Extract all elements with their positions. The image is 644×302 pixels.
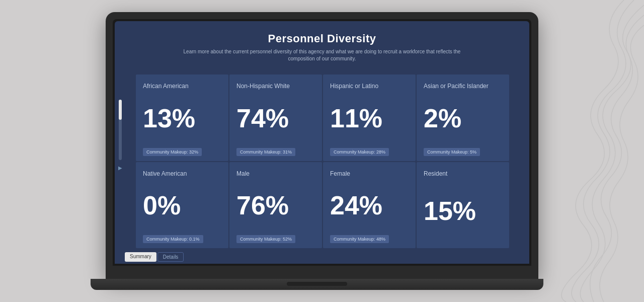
stat-card-female: Female 24% Community Makeup: 48%: [323, 162, 416, 249]
stat-value-female: 24%: [330, 179, 409, 232]
stat-label-native-american: Native American: [143, 170, 221, 178]
stat-value-asian-or-pacific-islander: 2%: [424, 92, 502, 145]
page-header: Personnel Diversity Learn more about the…: [115, 21, 529, 69]
stat-label-african-american: African American: [143, 83, 221, 91]
scroll-thumb: [119, 100, 122, 120]
stat-card-asian-or-pacific-islander: Asian or Pacific Islander 2% Community M…: [417, 74, 509, 161]
stat-label-asian-or-pacific-islander: Asian or Pacific Islander: [424, 83, 502, 91]
screen-bezel: Personnel Diversity Learn more about the…: [113, 19, 531, 266]
scroll-bar: [119, 100, 122, 160]
stat-card-native-american: Native American 0% Community Makeup: 0.1…: [136, 162, 228, 249]
stat-label-non-hispanic-white: Non-Hispanic White: [236, 83, 315, 91]
stat-community-african-american: Community Makeup: 32%: [143, 148, 202, 156]
stats-grid: African American 13% Community Makeup: 3…: [136, 74, 509, 248]
stat-community-asian-or-pacific-islander: Community Makeup: 5%: [424, 148, 480, 156]
stat-label-hispanic-or-latino: Hispanic or Latino: [330, 83, 409, 91]
stat-label-resident: Resident: [424, 170, 502, 178]
page-title: Personnel Diversity: [135, 32, 509, 45]
stat-value-native-american: 0%: [143, 179, 221, 232]
stat-label-male: Male: [236, 170, 315, 178]
stat-community-native-american: Community Makeup: 0.1%: [143, 235, 203, 243]
stat-value-african-american: 13%: [143, 92, 221, 145]
stat-card-male: Male 76% Community Makeup: 52%: [229, 162, 322, 249]
stat-community-hispanic-or-latino: Community Makeup: 28%: [330, 148, 389, 156]
scroll-indicator: ▶: [115, 69, 126, 251]
stat-card-hispanic-or-latino: Hispanic or Latino 11% Community Makeup:…: [323, 74, 416, 161]
stat-card-african-american: African American 13% Community Makeup: 3…: [136, 74, 228, 161]
stat-card-non-hispanic-white: Non-Hispanic White 74% Community Makeup:…: [229, 74, 322, 161]
stat-community-non-hispanic-white: Community Makeup: 31%: [236, 148, 295, 156]
stat-community-male: Community Makeup: 52%: [236, 235, 295, 243]
tab-details[interactable]: Details: [157, 252, 184, 262]
stat-card-resident: Resident 15%: [417, 162, 509, 249]
laptop-base: [91, 279, 543, 290]
scroll-arrow-icon: ▶: [118, 165, 122, 171]
tab-summary[interactable]: Summary: [125, 252, 156, 262]
stats-container: African American 13% Community Makeup: 3…: [126, 69, 519, 251]
tabs-bar: Summary Details: [115, 251, 529, 264]
page-subtitle: Learn more about the current personnel d…: [176, 48, 468, 62]
laptop-screen: Personnel Diversity Learn more about the…: [106, 12, 538, 279]
main-content: ▶ African American 13% Community Makeup:…: [115, 69, 529, 251]
stat-label-female: Female: [330, 170, 409, 178]
stat-community-female: Community Makeup: 48%: [330, 235, 389, 243]
stat-value-male: 76%: [236, 179, 315, 232]
stat-value-resident: 15%: [424, 179, 502, 243]
stat-value-hispanic-or-latino: 11%: [330, 92, 409, 145]
stat-value-non-hispanic-white: 74%: [236, 92, 315, 145]
screen-content: Personnel Diversity Learn more about the…: [115, 21, 529, 264]
